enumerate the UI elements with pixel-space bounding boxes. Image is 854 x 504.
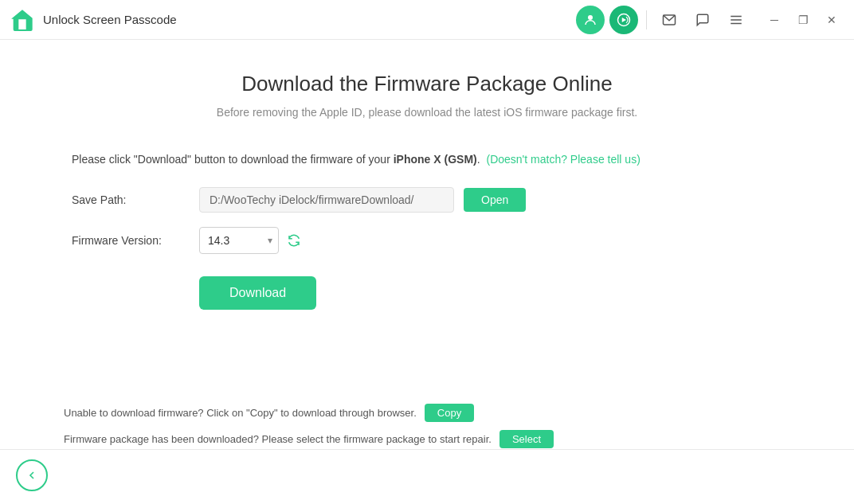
minimize-button[interactable]: ─ xyxy=(762,7,787,33)
chat-button[interactable] xyxy=(688,6,717,34)
window-controls: ─ ❐ ✕ xyxy=(762,7,844,33)
page-title: Download the Firmware Package Online xyxy=(64,72,790,96)
bottom-border xyxy=(0,449,854,450)
download-button[interactable]: Download xyxy=(199,276,316,310)
menu-button[interactable] xyxy=(722,6,750,34)
home-icon[interactable] xyxy=(10,7,35,33)
main-content: Download the Firmware Package Online Bef… xyxy=(0,40,854,342)
close-button[interactable]: ✕ xyxy=(819,7,844,33)
copy-button[interactable]: Copy xyxy=(425,404,474,422)
firmware-version-row: Firmware Version: 14.3 14.2 14.1 14.0 ▾ xyxy=(72,227,782,254)
title-bar: Unlock Screen Passcode ─ ❐ ✕ xyxy=(0,0,854,40)
save-path-value: D:/WooTechy iDelock/firmwareDownload/ xyxy=(199,187,454,213)
description-part1: Please click "Download" button to downlo… xyxy=(72,153,394,166)
description-part2: . xyxy=(477,153,480,166)
toolbar-divider xyxy=(646,10,647,29)
device-name: iPhone X (GSM) xyxy=(394,153,477,166)
select-info-line: Firmware package has been downloaded? Pl… xyxy=(64,430,790,448)
refresh-button[interactable] xyxy=(287,233,301,248)
form-section: Please click "Download" button to downlo… xyxy=(64,150,790,310)
restore-button[interactable]: ❐ xyxy=(790,7,816,33)
firmware-version-label: Firmware Version: xyxy=(72,234,199,247)
page-subtitle: Before removing the Apple ID, please dow… xyxy=(64,106,790,119)
title-bar-left: Unlock Screen Passcode xyxy=(10,7,576,33)
description-line: Please click "Download" button to downlo… xyxy=(72,150,782,168)
firmware-version-select-wrap: 14.3 14.2 14.1 14.0 ▾ xyxy=(199,227,279,254)
svg-point-0 xyxy=(588,15,593,20)
music-sync-button[interactable] xyxy=(609,6,638,34)
save-path-label: Save Path: xyxy=(72,193,199,206)
title-bar-right: ─ ❐ ✕ xyxy=(576,6,844,34)
open-button[interactable]: Open xyxy=(464,188,526,212)
select-info-text: Firmware package has been downloaded? Pl… xyxy=(64,433,492,445)
copy-info-line: Unable to download firmware? Click on "C… xyxy=(64,404,790,422)
back-button[interactable] xyxy=(16,459,48,491)
firmware-version-select[interactable]: 14.3 14.2 14.1 14.0 xyxy=(199,227,279,254)
app-title: Unlock Screen Passcode xyxy=(43,13,177,26)
doesnt-match-link[interactable]: (Doesn't match? Please tell us) xyxy=(486,153,640,166)
copy-info-text: Unable to download firmware? Click on "C… xyxy=(64,407,417,419)
mail-button[interactable] xyxy=(655,6,684,34)
select-button[interactable]: Select xyxy=(499,430,554,448)
user-account-button[interactable] xyxy=(576,6,605,34)
save-path-row: Save Path: D:/WooTechy iDelock/firmwareD… xyxy=(72,187,782,213)
